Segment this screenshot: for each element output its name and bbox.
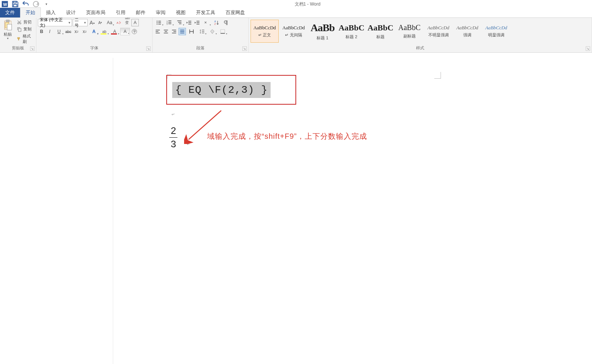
copy-button[interactable]: 复制	[16, 26, 35, 32]
align-left-button[interactable]	[154, 28, 161, 35]
cut-button[interactable]: 剪切	[16, 19, 35, 25]
svg-rect-37	[156, 30, 160, 30]
style-label: ↵ 正文	[258, 32, 271, 38]
word-icon[interactable]: W	[1, 0, 9, 8]
highlight-button[interactable]: ab▾	[99, 28, 109, 35]
sort-button[interactable]: AZ	[212, 19, 222, 26]
change-case-button[interactable]: Aa▾	[105, 19, 114, 26]
group-paragraph: ▾ 123▾ ▾ ✕▾ AZ ▾ ▾ ▾ 段落 ↘	[153, 18, 249, 52]
field-code-text[interactable]: { EQ \F(2,3) }	[172, 82, 271, 98]
group-paragraph-label: 段落	[153, 45, 248, 52]
group-clipboard: 粘贴 ▼ 剪切 复制 格式刷 剪贴板 ↘	[0, 18, 36, 52]
font-launcher-icon[interactable]: ↘	[146, 46, 151, 51]
font-color-button[interactable]: A▾	[110, 28, 120, 35]
group-styles-label: 样式	[249, 45, 592, 52]
style-item-5[interactable]: AaBbC副标题	[395, 20, 423, 43]
bullets-button[interactable]: ▾	[154, 19, 164, 26]
borders-button[interactable]: ▾	[218, 28, 228, 35]
phonetic-guide-button[interactable]: 变wén	[123, 19, 131, 26]
bold-button[interactable]: B	[38, 28, 45, 35]
tab-design[interactable]: 设计	[61, 8, 81, 17]
style-item-8[interactable]: AaBbCcDd明显强调	[482, 20, 510, 43]
underline-button[interactable]: U▾	[54, 28, 64, 35]
clipboard-launcher-icon[interactable]: ↘	[30, 46, 35, 51]
shading-button[interactable]: ▾	[207, 28, 217, 35]
align-center-button[interactable]	[162, 28, 170, 35]
tab-layout[interactable]: 页面布局	[81, 8, 111, 17]
tab-references[interactable]: 引用	[111, 8, 131, 17]
tab-view[interactable]: 视图	[171, 8, 191, 17]
style-item-1[interactable]: AaBbCcDd↵ 无间隔	[279, 20, 308, 43]
window-title: 文档1 - Word	[23, 1, 592, 7]
svg-rect-51	[189, 31, 193, 32]
style-label: 标题	[376, 34, 385, 40]
svg-point-13	[157, 21, 157, 22]
tab-insert[interactable]: 插入	[41, 8, 61, 17]
svg-rect-38	[156, 31, 158, 32]
fraction-display[interactable]: 2 3	[169, 125, 177, 150]
align-right-button[interactable]	[170, 28, 178, 35]
tab-mailings[interactable]: 邮件	[131, 8, 151, 17]
svg-rect-2	[13, 1, 16, 3]
style-label: 副标题	[403, 33, 416, 39]
styles-launcher-icon[interactable]: ↘	[586, 46, 590, 51]
format-painter-button[interactable]: 格式刷	[16, 33, 35, 45]
char-shading-button[interactable]: A▾	[120, 28, 130, 35]
line-spacing-button[interactable]: ▾	[197, 28, 207, 35]
style-item-3[interactable]: AaBbC标题 2	[337, 20, 366, 43]
svg-rect-22	[169, 22, 171, 23]
grow-font-button[interactable]: A▴	[88, 19, 96, 26]
font-family-combo[interactable]: 宋体 (中文正文)▼	[38, 19, 72, 26]
clear-format-button[interactable]: A	[115, 19, 122, 26]
superscript-button[interactable]: x2	[81, 28, 88, 35]
decrease-indent-button[interactable]	[185, 19, 193, 26]
increase-indent-button[interactable]	[193, 19, 201, 26]
shrink-font-button[interactable]: A▾	[97, 19, 104, 26]
svg-rect-46	[180, 30, 184, 30]
show-marks-button[interactable]	[222, 19, 230, 26]
text-effects-button[interactable]: A▾	[89, 28, 99, 35]
svg-rect-8	[7, 24, 12, 30]
fraction-bar	[169, 137, 177, 138]
svg-rect-53	[202, 31, 204, 32]
multilevel-list-button[interactable]: ▾	[175, 19, 184, 26]
paragraph-launcher-icon[interactable]: ↘	[242, 46, 247, 51]
distribute-button[interactable]	[187, 28, 196, 35]
style-label: 标题 1	[317, 35, 328, 41]
svg-rect-48	[180, 33, 184, 33]
style-item-4[interactable]: AaBbC标题	[366, 20, 395, 43]
svg-rect-18	[158, 24, 161, 24]
tab-developer[interactable]: 开发工具	[191, 8, 220, 17]
align-justify-button[interactable]	[179, 28, 186, 35]
style-item-7[interactable]: AaBbCcDd强调	[453, 20, 481, 43]
group-styles: AaBbCcDd↵ 正文AaBbCcDd↵ 无间隔AaBb标题 1AaBbC标题…	[249, 18, 592, 52]
italic-button[interactable]: I	[46, 28, 53, 35]
style-item-0[interactable]: AaBbCcDd↵ 正文	[251, 20, 279, 43]
style-item-2[interactable]: AaBb标题 1	[308, 20, 337, 43]
tab-review[interactable]: 审阅	[151, 8, 171, 17]
document-area[interactable]: { EQ \F(2,3) } ↵ 2 3 ↵ 域输入完成，按“shift+F9”…	[0, 53, 592, 364]
save-icon[interactable]	[11, 0, 19, 8]
style-preview: AaBb	[311, 22, 334, 34]
svg-rect-55	[220, 29, 225, 33]
asian-layout-button[interactable]: ✕▾	[202, 19, 211, 26]
svg-rect-41	[165, 31, 167, 32]
fraction-numerator: 2	[169, 125, 177, 137]
enclose-char-button[interactable]: 字	[131, 28, 138, 35]
font-size-combo[interactable]: 二号▼	[73, 19, 88, 26]
tab-file[interactable]: 文件	[0, 8, 20, 17]
svg-rect-20	[169, 20, 171, 21]
tab-home[interactable]: 开始	[20, 7, 41, 18]
svg-rect-25	[177, 20, 181, 21]
numbering-button[interactable]: 123▾	[164, 19, 174, 26]
svg-rect-14	[158, 21, 161, 22]
char-border-button[interactable]: A	[131, 19, 139, 26]
style-preview: AaBbCcDd	[282, 25, 305, 31]
style-label: 强调	[463, 32, 471, 38]
style-preview: AaBbC	[398, 23, 421, 32]
subscript-button[interactable]: x2	[73, 28, 80, 35]
tab-baidu[interactable]: 百度网盘	[220, 8, 250, 17]
style-item-6[interactable]: AaBbCcDd不明显强调	[424, 20, 452, 43]
strikethrough-button[interactable]: abc	[65, 28, 72, 35]
group-font: 宋体 (中文正文)▼ 二号▼ A▴ A▾ Aa▾ A 变wén A B I U▾…	[36, 18, 153, 52]
